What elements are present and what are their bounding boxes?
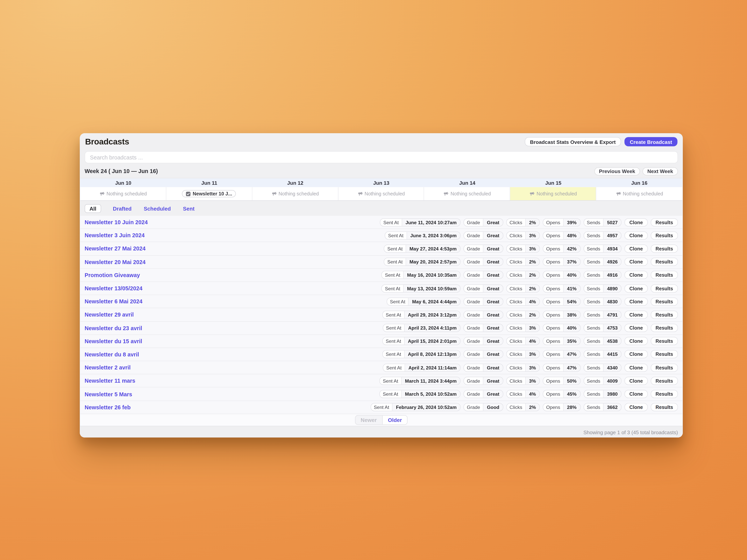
broadcast-name-link[interactable]: Newsletter 6 Mai 2024 [85,299,143,304]
results-button[interactable]: Results [651,231,678,240]
clone-button[interactable]: Clone [624,350,648,358]
sends-value: 4415 [603,351,621,358]
sends-value: 4753 [603,324,621,332]
results-button[interactable]: Results [651,244,678,253]
broadcast-name-link[interactable]: Newsletter du 23 avril [85,325,142,331]
page-title: Broadcasts [85,137,129,146]
previous-week-button[interactable]: Previous Week [594,167,640,176]
broadcast-name-link[interactable]: Newsletter 26 feb [85,404,131,410]
newer-page-button[interactable]: Newer [355,416,383,424]
broadcast-stats-export-button[interactable]: Broadcast Stats Overview & Export [525,137,621,146]
results-button[interactable]: Results [651,377,678,385]
clicks-value: 3% [525,351,539,358]
grade-badge: Grade Great [463,377,503,385]
results-button[interactable]: Results [651,324,678,332]
clone-button[interactable]: Clone [624,244,648,253]
broadcast-name-link[interactable]: Newsletter 13/05/2024 [85,286,143,291]
sent-at-badge: Sent At April 23, 2024 4:11pm [383,324,461,332]
broadcast-name-link[interactable]: Newsletter 3 Juin 2024 [85,233,145,238]
sent-at-badge: Sent At May 13, 2024 10:59am [382,284,460,292]
tab-sent[interactable]: Sent [182,204,195,213]
older-page-button[interactable]: Older [383,416,407,424]
calendar-event-chip[interactable]: Newsletter 10 J... [182,190,236,197]
results-button[interactable]: Results [651,390,678,398]
clone-button[interactable]: Clone [624,297,648,306]
row-meta: Sent At May 27, 2024 4:53pm Grade Great … [384,244,678,253]
broadcast-name-link[interactable]: Newsletter 27 Mai 2024 [85,246,146,251]
clone-button[interactable]: Clone [624,231,648,240]
sent-at-value: April 23, 2024 4:11pm [404,324,460,332]
broadcast-name-link[interactable]: Newsletter du 15 avril [85,338,142,344]
clicks-label: Clicks [507,245,525,252]
clone-button[interactable]: Clone [624,337,648,345]
sends-badge: Sends 4538 [584,337,621,345]
megaphone-icon [443,191,449,196]
sends-label: Sends [584,245,603,252]
event-label: Newsletter 10 J... [192,191,232,196]
broadcast-name-link[interactable]: Newsletter 10 Juin 2024 [85,219,148,225]
broadcast-name-link[interactable]: Newsletter 29 avril [85,312,134,318]
grade-value: Great [483,324,503,332]
grade-badge: Grade Great [463,218,503,226]
sends-value: 4009 [603,377,621,384]
results-button[interactable]: Results [651,364,678,372]
broadcast-name-link[interactable]: Newsletter 20 Mai 2024 [85,259,146,265]
clone-button[interactable]: Clone [624,311,648,319]
search-input[interactable] [85,151,678,163]
clicks-value: 2% [525,285,539,292]
results-button[interactable]: Results [651,284,678,292]
results-button[interactable]: Results [651,258,678,266]
opens-badge: Opens 50% [543,377,581,385]
next-week-button[interactable]: Next Week [643,167,678,176]
clicks-badge: Clicks 3% [506,350,540,358]
tab-scheduled[interactable]: Scheduled [143,204,171,213]
grade-label: Grade [464,364,483,371]
results-button[interactable]: Results [651,311,678,319]
clone-button[interactable]: Clone [624,364,648,372]
clone-button[interactable]: Clone [624,324,648,332]
opens-label: Opens [543,271,563,279]
sent-at-badge: Sent At June 3, 2024 3:06pm [385,231,461,240]
row-meta: Sent At April 29, 2024 3:12pm Grade Grea… [382,311,678,319]
sends-badge: Sends 4791 [584,311,621,319]
clone-button[interactable]: Clone [624,284,648,292]
clone-button[interactable]: Clone [624,390,648,398]
broadcast-name-link[interactable]: Promotion Giveaway [85,272,140,278]
grade-value: Great [483,285,503,292]
results-button[interactable]: Results [651,337,678,345]
opens-badge: Opens 39% [543,218,581,226]
results-button[interactable]: Results [651,297,678,306]
grade-badge: Grade Great [463,244,503,253]
clone-button[interactable]: Clone [624,258,648,266]
broadcast-name-link[interactable]: Newsletter 5 Mars [85,391,132,397]
filter-tabs: AllDraftedScheduledSent [80,201,683,216]
results-button[interactable]: Results [651,218,678,226]
nothing-scheduled: Nothing scheduled [271,191,319,196]
week-label: Week 24 ( Jun 10 — Jun 16) [85,168,158,174]
row-meta: Sent At March 11, 2024 3:44pm Grade Grea… [379,377,678,385]
clone-button[interactable]: Clone [624,377,648,385]
clone-button[interactable]: Clone [624,218,648,226]
row-meta: Sent At June 11, 2024 10:27am Grade Grea… [380,218,678,226]
sent-at-value: May 16, 2024 10:35am [403,271,460,279]
results-button[interactable]: Results [651,271,678,279]
broadcast-name-link[interactable]: Newsletter 2 avril [85,365,131,370]
opens-value: 39% [563,218,580,226]
sent-at-value: April 8, 2024 12:13pm [404,351,460,358]
opens-badge: Opens 45% [543,390,581,398]
results-button[interactable]: Results [651,403,678,411]
tab-all[interactable]: All [85,204,101,213]
results-button[interactable]: Results [651,350,678,358]
calendar-day-header: Jun 16 [596,179,682,187]
broadcast-name-link[interactable]: Newsletter 11 mars [85,378,135,384]
grade-badge: Grade Great [463,284,503,292]
tab-drafted[interactable]: Drafted [112,204,132,213]
sends-value: 4538 [603,338,621,345]
clone-button[interactable]: Clone [624,403,648,411]
grade-badge: Grade Great [463,231,503,240]
broadcast-name-link[interactable]: Newsletter du 8 avril [85,351,139,357]
sent-at-value: May 6, 2024 4:44pm [408,298,460,305]
clicks-value: 3% [525,377,539,384]
create-broadcast-button[interactable]: Create Broadcast [624,137,677,146]
clone-button[interactable]: Clone [624,271,648,279]
